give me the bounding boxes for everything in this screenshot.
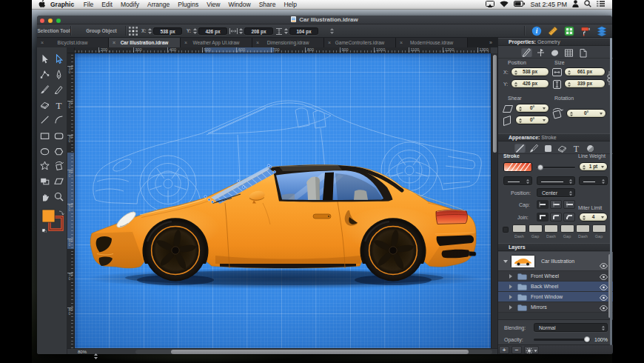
disclosure-triangle-icon[interactable] xyxy=(509,295,512,299)
blending-dropdown[interactable]: Normal xyxy=(534,323,608,332)
dash-pattern-checkbox[interactable] xyxy=(503,227,509,233)
line-weight-field[interactable]: 1 pt xyxy=(579,162,608,171)
layers-button[interactable] xyxy=(597,26,607,36)
geometry-tab-move-icon[interactable] xyxy=(535,47,546,57)
tab-dimensioning[interactable]: ×Dimensioning.idraw xyxy=(252,38,324,47)
group-object-button[interactable]: Group Object xyxy=(76,24,127,38)
tab-close-icon[interactable]: × xyxy=(41,38,44,47)
menu-item-arrange[interactable]: Arrange xyxy=(144,0,174,10)
inspector-x-field[interactable]: 538 px xyxy=(511,67,549,76)
x-position-field[interactable]: 538 px xyxy=(153,27,182,35)
tab-overflow-chevron[interactable]: » xyxy=(468,38,497,47)
tab-modernhouse[interactable]: ×ModernHouse.idraw xyxy=(396,38,468,47)
pencil-tool[interactable] xyxy=(53,84,65,95)
disclosure-triangle-icon[interactable] xyxy=(509,305,512,310)
shear-h-field[interactable]: 0° xyxy=(515,104,549,113)
menu-item-graphic[interactable]: Graphic xyxy=(45,0,79,10)
notification-center-icon[interactable] xyxy=(597,1,605,9)
dash-field[interactable] xyxy=(544,224,558,233)
stroke-color-swatch[interactable] xyxy=(503,162,532,172)
layer-row-front-wheel[interactable]: Front Wheel xyxy=(498,271,613,282)
menu-item-plugins[interactable]: Plugins xyxy=(174,0,203,10)
parallelogram-tool[interactable] xyxy=(53,176,65,187)
height-field[interactable]: 104 px xyxy=(289,27,318,35)
star-tool[interactable] xyxy=(38,160,51,171)
rectangle-tool[interactable] xyxy=(38,130,51,141)
zoom-level[interactable]: 80% xyxy=(78,349,87,355)
join-miter-button[interactable] xyxy=(537,213,549,222)
gap-field[interactable] xyxy=(592,224,606,233)
y-stepper[interactable] xyxy=(193,28,197,34)
menu-item-window[interactable]: Window xyxy=(224,0,255,10)
title-bar[interactable]: Car Illustration.idraw xyxy=(37,16,612,24)
tab-gamecontrollers[interactable]: ×GameControllers.idraw xyxy=(324,38,396,47)
canvas[interactable] xyxy=(75,53,491,348)
opacity-slider-thumb[interactable] xyxy=(584,336,590,342)
gap-field[interactable] xyxy=(529,224,543,233)
brush-tool[interactable] xyxy=(38,84,51,95)
width-stepper[interactable] xyxy=(239,28,243,34)
arc-tool[interactable] xyxy=(53,114,65,125)
dash-field[interactable] xyxy=(576,224,590,233)
line-style-dropdown[interactable] xyxy=(537,176,575,185)
zoom-stepper[interactable] xyxy=(94,349,98,362)
horizontal-scrollbar[interactable] xyxy=(135,350,492,354)
x-stepper[interactable] xyxy=(148,28,152,34)
menu-item-edit[interactable]: Edit xyxy=(98,0,117,10)
rounded-rectangle-tool[interactable] xyxy=(53,130,65,141)
cap-square-button[interactable] xyxy=(563,200,575,209)
rotation-field[interactable]: 0° xyxy=(566,109,606,118)
fill-stroke-swatches[interactable] xyxy=(41,209,65,233)
appearance-tab-eraser-icon[interactable] xyxy=(557,143,568,153)
appearance-tab-brush-icon[interactable] xyxy=(529,143,540,153)
inspector-height-field[interactable]: 339 px xyxy=(564,79,606,88)
tab-close-icon[interactable]: × xyxy=(328,38,331,47)
disclosure-triangle-icon[interactable] xyxy=(509,284,512,289)
text-tool[interactable]: T xyxy=(53,99,65,110)
boolean-tool[interactable] xyxy=(38,176,51,187)
menu-item-help[interactable]: Help xyxy=(280,0,301,10)
line-tool[interactable] xyxy=(38,114,51,125)
layer-row-back-wheel[interactable]: Back Wheel xyxy=(498,282,613,292)
arrowhead-end-dropdown[interactable] xyxy=(579,176,608,185)
menu-item-modify[interactable]: Modify xyxy=(116,0,143,10)
eraser-tool[interactable] xyxy=(38,99,51,110)
add-layer-button[interactable]: + xyxy=(499,346,509,354)
zoom-tool[interactable] xyxy=(53,191,65,202)
info-button[interactable]: i xyxy=(531,26,542,36)
tab-bicyclist[interactable]: ×Bicyclist.idraw xyxy=(37,38,109,47)
wifi-icon[interactable] xyxy=(500,1,509,9)
menu-item-file[interactable]: File xyxy=(79,0,98,10)
direct-select-tool[interactable] xyxy=(53,53,65,64)
tab-close-icon[interactable]: × xyxy=(113,38,115,47)
geometry-tab-shadow-icon[interactable] xyxy=(549,47,560,57)
layer-settings-gear-button[interactable] xyxy=(524,346,539,354)
panel-scrollbar[interactable] xyxy=(610,38,612,345)
height-stepper[interactable] xyxy=(284,28,288,34)
menu-item-share[interactable]: Share xyxy=(255,0,280,10)
tab-car-illustration[interactable]: ×Car Illustration.idraw xyxy=(109,38,181,47)
battery-icon[interactable] xyxy=(514,1,525,8)
tab-weather-app-ui[interactable]: ×Weather App UI.idraw xyxy=(181,38,252,47)
node-tool[interactable] xyxy=(38,69,51,80)
layer-row-mirrors[interactable]: Mirrors xyxy=(498,302,613,313)
swatches-button[interactable] xyxy=(564,26,574,36)
appearance-tab-fill-icon[interactable] xyxy=(543,143,554,153)
appearance-roller-button[interactable] xyxy=(580,26,591,36)
disclosure-triangle-icon[interactable] xyxy=(509,274,512,279)
rotation-stepper[interactable] xyxy=(330,28,334,34)
ruler-button[interactable] xyxy=(548,26,558,36)
vertical-scrollbar-thumb[interactable] xyxy=(493,55,497,153)
pen-tool[interactable] xyxy=(53,69,65,80)
layer-row-front-window[interactable]: Front Window xyxy=(498,292,613,302)
polygon-tool[interactable] xyxy=(53,146,65,157)
cap-butt-button[interactable] xyxy=(537,200,549,209)
user-icon[interactable] xyxy=(572,0,579,9)
width-field[interactable]: 208 px xyxy=(244,27,273,35)
arrowhead-start-dropdown[interactable] xyxy=(503,176,532,185)
miter-limit-field[interactable]: 4 xyxy=(579,213,608,222)
anchor-grid-icon[interactable] xyxy=(129,27,138,36)
remove-layer-button[interactable]: − xyxy=(511,346,522,354)
horizontal-ruler[interactable]: 2003004005006007008009001000110012001300 xyxy=(75,47,491,53)
inspector-width-field[interactable]: 661 px xyxy=(564,67,606,76)
